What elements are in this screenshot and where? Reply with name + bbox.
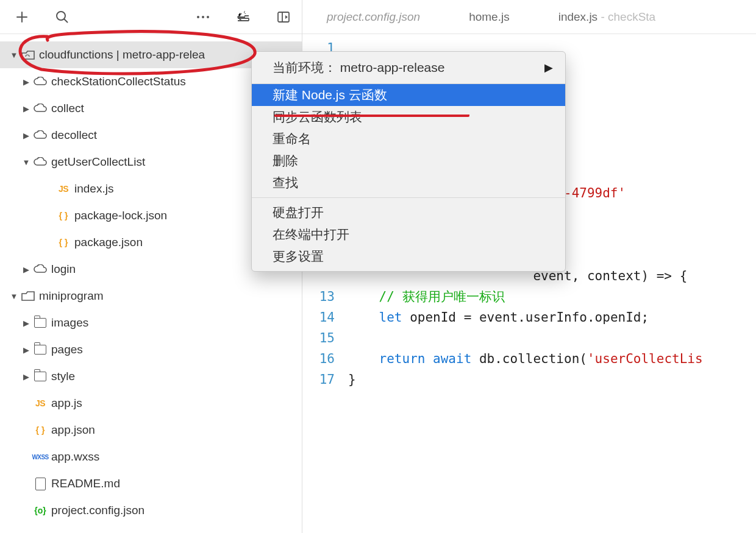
tab-index-js[interactable]: index.js - checkSta: [558, 10, 655, 24]
tree-label: pages: [51, 343, 83, 356]
menu-item-more-settings[interactable]: 更多设置: [252, 245, 565, 267]
chevron-right-icon: ▶: [21, 345, 32, 355]
tree-item-pages[interactable]: ▶ pages: [0, 336, 302, 363]
folder-icon: [32, 345, 49, 355]
tree-item-miniprogram[interactable]: ▼ miniprogram: [0, 283, 302, 309]
tree-item-projectconfig[interactable]: {o} project.config.json: [0, 497, 302, 524]
tab-path-suffix: - checkSta: [597, 10, 655, 23]
chevron-right-icon: ▶: [21, 319, 32, 328]
menu-item-open-in-terminal[interactable]: 在终端中打开: [252, 224, 565, 245]
panel-toggle-icon[interactable]: [276, 10, 291, 24]
more-icon[interactable]: [196, 10, 210, 24]
tree-label: README.md: [51, 477, 120, 490]
chevron-right-icon: ▶: [21, 77, 32, 86]
svg-point-2: [202, 16, 204, 18]
tree-label: package.json: [74, 236, 143, 249]
tree-label: images: [51, 316, 88, 330]
chevron-right-icon: ▶: [21, 131, 32, 140]
tree-item-appjson[interactable]: { } app.json: [0, 417, 302, 443]
tree-label: style: [51, 370, 75, 383]
cloud-folder-icon: [20, 49, 37, 60]
tree-label: login: [51, 263, 76, 276]
tree-label: app.js: [51, 397, 82, 410]
env-label: 当前环境：: [273, 60, 337, 74]
svg-point-3: [207, 16, 209, 18]
wxss-file-icon: WXSS: [32, 454, 49, 461]
chevron-down-icon: ▼: [9, 292, 20, 301]
tab-project-config[interactable]: project.config.json: [327, 10, 420, 24]
cloud-icon: [32, 130, 49, 140]
tree-label: cloudfunctions | metro-app-relea: [39, 48, 205, 62]
folder-icon: [32, 318, 49, 328]
menu-divider: [252, 197, 565, 198]
menu-item-new-nodejs-cloudfunction[interactable]: 新建 Node.js 云函数: [252, 84, 565, 106]
tab-label: index.js: [558, 10, 597, 23]
env-value: metro-app-release: [340, 60, 445, 74]
tree-label: collect: [51, 102, 84, 115]
sidebar-toolbar: [0, 0, 302, 34]
chevron-right-icon: ▶: [21, 372, 32, 381]
tree-item-appwxss[interactable]: WXSS app.wxss: [0, 443, 302, 470]
js-file-icon: JS: [55, 184, 72, 194]
folder-open-icon: [20, 291, 37, 302]
chevron-right-icon: ▶: [21, 265, 32, 274]
context-menu: 当前环境： metro-app-release ▶ 新建 Node.js 云函数…: [251, 51, 566, 272]
cloud-icon: [32, 77, 49, 86]
cloud-icon: [32, 104, 49, 113]
tree-label: project.config.json: [51, 504, 144, 517]
config-file-icon: {o}: [32, 506, 49, 515]
file-icon: [32, 478, 49, 490]
json-file-icon: { }: [55, 238, 72, 247]
cloud-icon: [32, 157, 49, 167]
tree-item-style[interactable]: ▶ style: [0, 363, 302, 390]
search-icon[interactable]: [55, 10, 70, 24]
tree-label: getUserCollectList: [51, 155, 145, 169]
tree-item-images[interactable]: ▶ images: [0, 309, 302, 336]
menu-item-delete[interactable]: 删除: [252, 150, 565, 172]
chevron-right-icon: ▶: [544, 61, 553, 74]
tab-home-js[interactable]: home.js: [469, 10, 510, 24]
cloud-icon: [32, 264, 49, 274]
tree-label: app.json: [51, 423, 95, 437]
json-file-icon: { }: [32, 425, 49, 435]
menu-item-rename[interactable]: 重命名: [252, 128, 565, 150]
add-icon[interactable]: [15, 10, 29, 24]
tree-label: package-lock.json: [74, 209, 167, 222]
tree-item-appjs[interactable]: JS app.js: [0, 390, 302, 417]
context-menu-env-header[interactable]: 当前环境： metro-app-release ▶: [252, 54, 565, 84]
menu-item-open-on-disk[interactable]: 硬盘打开: [252, 202, 565, 224]
chevron-down-icon: ▼: [9, 51, 20, 60]
tree-label: checkStationCollectStatus: [51, 75, 186, 88]
svg-point-1: [197, 16, 199, 18]
menu-item-find[interactable]: 查找: [252, 172, 565, 194]
chevron-right-icon: ▶: [21, 104, 32, 113]
tree-label: decollect: [51, 129, 97, 142]
collapse-icon[interactable]: [236, 10, 251, 24]
folder-icon: [32, 372, 49, 381]
tree-label: app.wxss: [51, 450, 99, 464]
tree-item-readme[interactable]: README.md: [0, 470, 302, 497]
tree-label: index.js: [74, 182, 113, 196]
editor-tabs: project.config.json home.js index.js - c…: [302, 0, 756, 34]
tree-label: miniprogram: [39, 289, 104, 303]
json-file-icon: { }: [55, 211, 72, 221]
menu-item-sync-cloudfunctions[interactable]: 同步云函数列表: [252, 106, 565, 128]
js-file-icon: JS: [32, 398, 49, 408]
chevron-down-icon: ▼: [21, 158, 32, 167]
